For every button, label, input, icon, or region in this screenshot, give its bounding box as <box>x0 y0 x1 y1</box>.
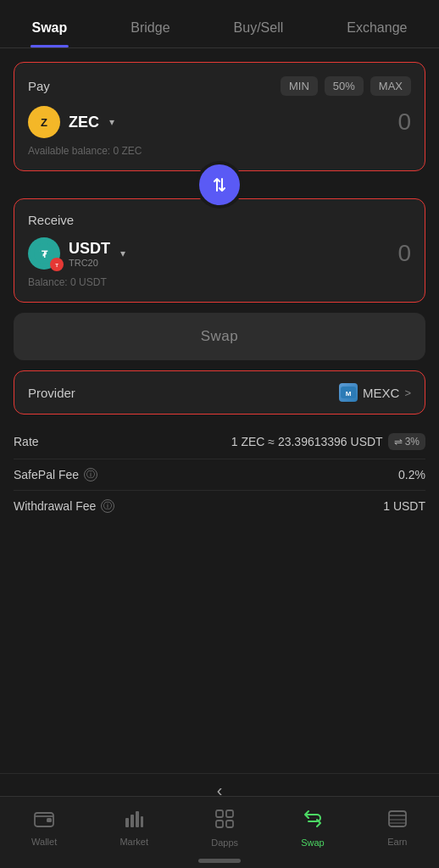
svg-rect-18 <box>389 811 406 826</box>
svg-text:Z: Z <box>41 116 47 129</box>
svg-rect-9 <box>47 818 52 822</box>
nav-wallet[interactable]: Wallet <box>21 806 67 850</box>
dapps-label: Dapps <box>211 837 238 848</box>
swap-main-button[interactable]: Swap <box>14 313 425 360</box>
svg-text:₮: ₮ <box>42 249 48 259</box>
receive-token-row: ₮ T USDT TRC20 ▾ <box>28 237 411 270</box>
withdrawal-fee-info-icon[interactable]: ⓘ <box>101 499 114 513</box>
receive-token-chevron: ▾ <box>120 248 125 259</box>
provider-value: M MEXC > <box>339 383 411 402</box>
pay-token-row: Z ZEC ▾ 0 <box>28 106 411 138</box>
rate-key: Rate <box>14 435 39 448</box>
pay-token-name: ZEC <box>69 114 99 131</box>
svg-rect-13 <box>141 816 143 827</box>
svg-rect-17 <box>226 821 233 827</box>
receive-card-header: Receive <box>28 213 411 227</box>
pay-label: Pay <box>28 79 50 93</box>
top-navigation: Swap Bridge Buy/Sell Exchange <box>0 0 439 48</box>
safepal-fee-key: SafePal Fee ⓘ <box>14 468 97 481</box>
market-icon <box>125 810 143 833</box>
provider-card[interactable]: Provider M MEXC > <box>14 370 425 415</box>
tab-bridge[interactable]: Bridge <box>117 14 183 47</box>
tab-swap[interactable]: Swap <box>19 14 81 47</box>
receive-token-selector[interactable]: ₮ T USDT TRC20 ▾ <box>28 237 125 270</box>
earn-label: Earn <box>387 837 407 847</box>
receive-token-name: USDT <box>69 240 110 258</box>
swap-nav-icon <box>303 809 323 834</box>
pay-token-chevron: ▾ <box>109 116 114 128</box>
svg-rect-12 <box>136 811 139 827</box>
safepal-fee-row: SafePal Fee ⓘ 0.2% <box>14 459 425 491</box>
info-rows: Rate 1 ZEC ≈ 23.39613396 USDT ⇌ 3% SafeP… <box>14 425 425 521</box>
pay-card-actions: MIN 50% MAX <box>281 76 411 96</box>
wallet-icon <box>34 810 54 833</box>
zec-icon: Z <box>28 106 60 138</box>
rate-value: 1 ZEC ≈ 23.39613396 USDT ⇌ 3% <box>231 433 425 450</box>
max-button[interactable]: MAX <box>370 76 411 96</box>
swap-button-row: Swap <box>14 313 425 360</box>
nav-earn[interactable]: Earn <box>377 806 418 850</box>
receive-balance: Balance: 0 USDT <box>28 276 411 288</box>
market-label: Market <box>119 837 148 847</box>
nav-swap[interactable]: Swap <box>291 805 335 851</box>
withdrawal-fee-row: Withdrawal Fee ⓘ 1 USDT <box>14 491 425 521</box>
provider-label: Provider <box>28 386 75 400</box>
home-indicator <box>198 859 241 863</box>
safepal-fee-value: 0.2% <box>398 468 425 481</box>
swap-toggle-container <box>14 171 425 198</box>
receive-token-sub: TRC20 <box>69 258 110 268</box>
earn-icon <box>387 810 408 833</box>
svg-rect-11 <box>131 815 134 827</box>
min-button[interactable]: MIN <box>281 76 318 96</box>
pct50-button[interactable]: 50% <box>325 76 364 96</box>
withdrawal-fee-value: 1 USDT <box>383 499 425 513</box>
trc20-badge: T <box>50 258 64 271</box>
usdt-name-group: USDT TRC20 <box>69 240 110 268</box>
receive-label: Receive <box>28 213 74 227</box>
dapps-icon <box>214 809 235 834</box>
pay-amount[interactable]: 0 <box>397 108 411 136</box>
main-content: Pay MIN 50% MAX Z ZEC ▾ <box>0 48 439 535</box>
receive-amount[interactable]: 0 <box>397 240 411 267</box>
swap-toggle-button[interactable] <box>199 164 240 205</box>
provider-name: MEXC <box>363 386 399 400</box>
safepal-fee-info-icon[interactable]: ⓘ <box>84 468 97 481</box>
mexc-icon: M <box>339 383 358 402</box>
nav-dapps[interactable]: Dapps <box>201 805 248 851</box>
wallet-label: Wallet <box>31 837 57 847</box>
pay-token-selector[interactable]: Z ZEC ▾ <box>28 106 114 138</box>
svg-text:M: M <box>346 390 352 398</box>
pay-card-header: Pay MIN 50% MAX <box>28 76 411 96</box>
rate-badge[interactable]: ⇌ 3% <box>388 433 425 450</box>
nav-market[interactable]: Market <box>109 806 158 850</box>
tab-exchange[interactable]: Exchange <box>333 14 420 47</box>
svg-text:T: T <box>55 263 58 268</box>
tab-buysell[interactable]: Buy/Sell <box>220 14 297 47</box>
svg-rect-16 <box>216 821 223 827</box>
receive-card: Receive ₮ T <box>14 198 425 303</box>
rate-row: Rate 1 ZEC ≈ 23.39613396 USDT ⇌ 3% <box>14 425 425 459</box>
withdrawal-fee-key: Withdrawal Fee ⓘ <box>14 499 114 513</box>
pay-card: Pay MIN 50% MAX Z ZEC ▾ <box>14 62 425 171</box>
provider-chevron: > <box>404 387 411 399</box>
pay-balance: Available balance: 0 ZEC <box>28 145 411 157</box>
svg-rect-10 <box>125 818 129 827</box>
swap-nav-label: Swap <box>301 837 325 848</box>
svg-rect-14 <box>216 810 223 817</box>
svg-rect-15 <box>226 810 233 817</box>
usdt-icon: ₮ T <box>28 237 60 270</box>
bottom-navigation: Wallet Market Dapps <box>0 796 439 868</box>
swap-cards: Pay MIN 50% MAX Z ZEC ▾ <box>14 62 425 303</box>
